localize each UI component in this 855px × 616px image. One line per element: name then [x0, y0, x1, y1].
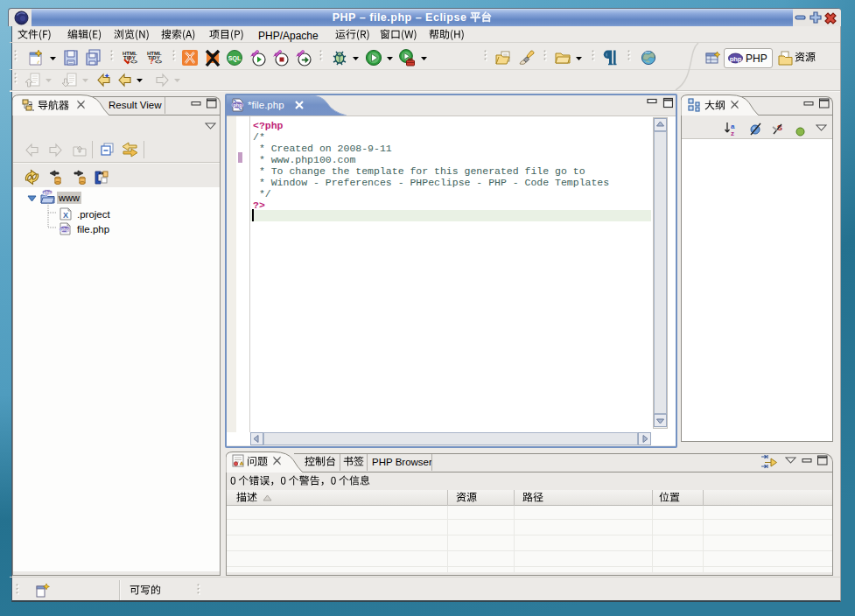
svg-text:php: php: [233, 102, 242, 108]
svg-text:z: z: [731, 130, 734, 136]
svg-text:php: php: [60, 227, 70, 232]
svg-text:php: php: [730, 55, 742, 63]
svg-text:SQL: SQL: [228, 55, 242, 62]
svg-text:X: X: [63, 211, 68, 220]
svg-text:?: ?: [150, 57, 154, 66]
svg-text:<>: <>: [130, 59, 137, 65]
svg-text:<>: <>: [155, 59, 162, 65]
svg-text:php: php: [43, 190, 51, 195]
